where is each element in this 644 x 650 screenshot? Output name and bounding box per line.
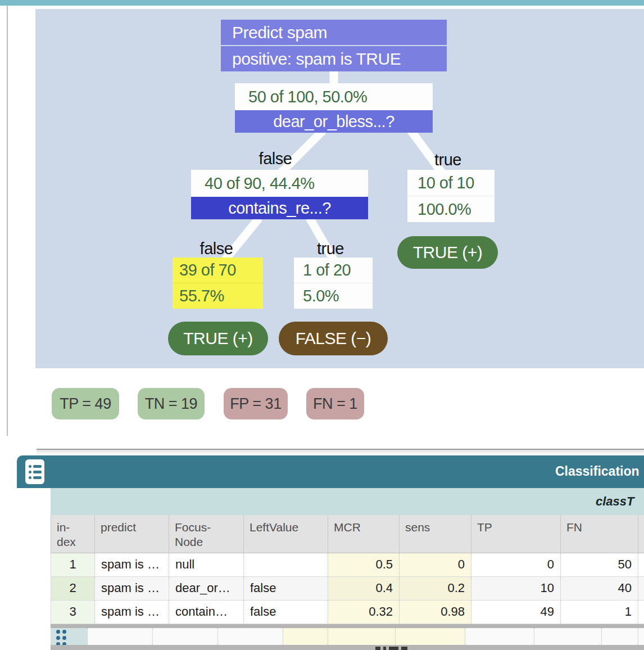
cell-predict[interactable]: spam is … xyxy=(94,577,169,601)
leaf-node-selected[interactable]: 39 of 70 55.7% xyxy=(173,258,263,309)
branch-label-true: true xyxy=(414,151,482,169)
cell-predict[interactable]: spam is … xyxy=(94,553,169,577)
drag-dots-icon xyxy=(56,630,87,646)
split-node-contains-re[interactable]: 40 of 90, 44.4% contains_re...? xyxy=(191,170,368,219)
clipped-text-fragment xyxy=(375,647,407,650)
row-index[interactable]: 2 xyxy=(51,577,94,601)
column-header-clipped xyxy=(638,515,644,553)
badge-false-negative: FN = 1 xyxy=(306,388,364,419)
case-table-icon xyxy=(25,459,44,484)
new-case-cell xyxy=(638,628,644,645)
node-stats: 40 of 90, 44.4% xyxy=(191,170,368,197)
collection-band xyxy=(51,488,644,515)
column-header-leftvalue[interactable]: LeftValue xyxy=(243,515,328,553)
new-case-row xyxy=(51,628,644,645)
cell-clipped xyxy=(638,601,644,624)
branch-label-true: true xyxy=(297,240,364,258)
badge-false-positive: FP = 31 xyxy=(224,388,288,419)
root-prediction-label: Predict spam xyxy=(221,20,447,45)
column-header-mcr[interactable]: MCR xyxy=(328,515,399,553)
branch-label-false: false xyxy=(242,150,309,168)
cell-tp[interactable]: 0 xyxy=(471,553,560,577)
node-attribute-question: dear_or_bless...? xyxy=(235,110,433,133)
browser-top-strip xyxy=(0,0,644,6)
decision-tree-panel: Predict spam positive: spam is TRUE 50 o… xyxy=(35,9,644,368)
cell-focusnode[interactable]: null xyxy=(169,553,243,577)
node-percent: 5.0% xyxy=(294,283,373,309)
cell-tp[interactable]: 10 xyxy=(471,577,560,601)
cell-mcr[interactable]: 0.32 xyxy=(328,601,399,624)
node-count: 39 of 70 xyxy=(173,258,263,283)
left-vertical-rule xyxy=(7,6,8,436)
badge-true-positive: TP = 49 xyxy=(52,388,119,419)
cell-clipped xyxy=(638,553,644,577)
column-header-sens[interactable]: sens xyxy=(399,515,471,553)
cell-mcr[interactable]: 0.5 xyxy=(328,553,399,577)
cell-clipped xyxy=(638,577,644,601)
table-title-bar[interactable]: Classification xyxy=(17,455,644,488)
tree-root-node[interactable]: Predict spam positive: spam is TRUE xyxy=(221,20,447,73)
cell-tp[interactable]: 49 xyxy=(471,601,560,624)
column-header-fn[interactable]: FN xyxy=(560,515,638,553)
cell-sens[interactable]: 0 xyxy=(399,553,471,577)
verdict-pill-true: TRUE (+) xyxy=(168,322,268,355)
column-header-index[interactable]: in- dex xyxy=(51,515,94,553)
row-index[interactable]: 3 xyxy=(51,601,94,624)
node-count: 1 of 20 xyxy=(294,258,373,283)
column-header-predict[interactable]: predict xyxy=(94,515,169,553)
row-drag-handle[interactable] xyxy=(51,628,87,645)
node-percent: 100.0% xyxy=(407,196,495,222)
cell-mcr[interactable]: 0.4 xyxy=(328,577,399,601)
badge-true-negative: TN = 19 xyxy=(138,388,205,419)
column-header-focusnode[interactable]: Focus- Node xyxy=(169,515,243,553)
new-case-cell[interactable] xyxy=(601,628,638,645)
new-case-cell[interactable] xyxy=(217,628,283,645)
new-case-cell[interactable] xyxy=(152,628,217,645)
cell-fn[interactable]: 40 xyxy=(560,577,638,601)
cell-leftvalue[interactable]: false xyxy=(243,577,328,601)
new-case-cell[interactable] xyxy=(328,628,395,645)
cell-focusnode[interactable]: contain… xyxy=(169,601,243,624)
leaf-node[interactable]: 1 of 20 5.0% xyxy=(294,258,373,309)
cell-fn[interactable]: 50 xyxy=(560,553,638,577)
case-table: in- dex predict Focus- Node LeftValue MC… xyxy=(51,515,644,624)
node-stats: 50 of 100, 50.0% xyxy=(235,83,433,110)
cell-sens[interactable]: 0.98 xyxy=(399,601,471,624)
node-percent: 55.7% xyxy=(173,283,263,309)
node-count: 10 of 10 xyxy=(407,170,495,196)
cell-leftvalue[interactable] xyxy=(243,553,328,577)
branch-label-false: false xyxy=(183,240,250,258)
new-case-cell[interactable] xyxy=(465,628,534,645)
cell-predict[interactable]: spam is … xyxy=(94,601,169,624)
table-section-separator xyxy=(51,624,644,628)
verdict-pill-true: TRUE (+) xyxy=(397,236,498,269)
cell-focusnode[interactable]: dear_or… xyxy=(169,577,243,601)
cell-leftvalue[interactable]: false xyxy=(243,601,328,624)
section-divider-shadow xyxy=(37,450,644,455)
node-attribute-question: contains_re...? xyxy=(191,197,368,219)
new-case-cell[interactable] xyxy=(534,628,601,645)
new-case-cell[interactable] xyxy=(395,628,465,645)
classification-table-card: Classification classT in- dex predict Fo… xyxy=(17,455,644,650)
root-positive-label: positive: spam is TRUE xyxy=(221,46,447,71)
cell-fn[interactable]: 1 xyxy=(560,601,638,624)
split-node-dear-or-bless[interactable]: 50 of 100, 50.0% dear_or_bless...? xyxy=(235,83,433,133)
row-index[interactable]: 1 xyxy=(51,553,94,577)
verdict-pill-false: FALSE (−) xyxy=(279,322,388,355)
column-header-tp[interactable]: TP xyxy=(471,515,560,553)
table-bottom-separator xyxy=(51,645,644,650)
leaf-node-true-branch[interactable]: 10 of 10 100.0% xyxy=(407,170,495,222)
new-case-cell[interactable] xyxy=(87,628,152,645)
cell-sens[interactable]: 0.2 xyxy=(399,577,471,601)
table-title[interactable]: Classification xyxy=(555,464,640,479)
collection-name-label: classT xyxy=(596,494,634,509)
new-case-cell[interactable] xyxy=(283,628,328,645)
